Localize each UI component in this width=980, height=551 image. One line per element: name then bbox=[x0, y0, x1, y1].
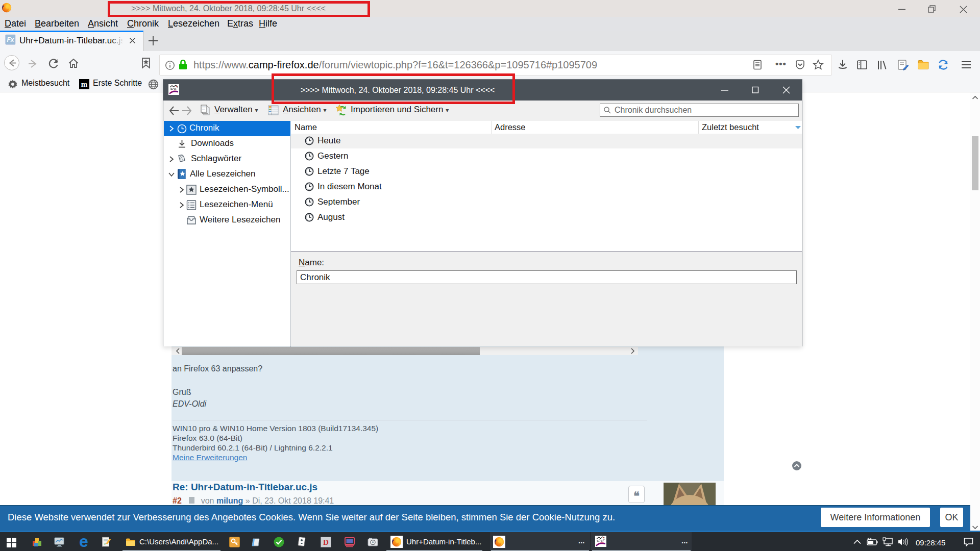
svg-text:Fx: Fx bbox=[7, 36, 14, 43]
svg-text:D: D bbox=[323, 538, 329, 546]
